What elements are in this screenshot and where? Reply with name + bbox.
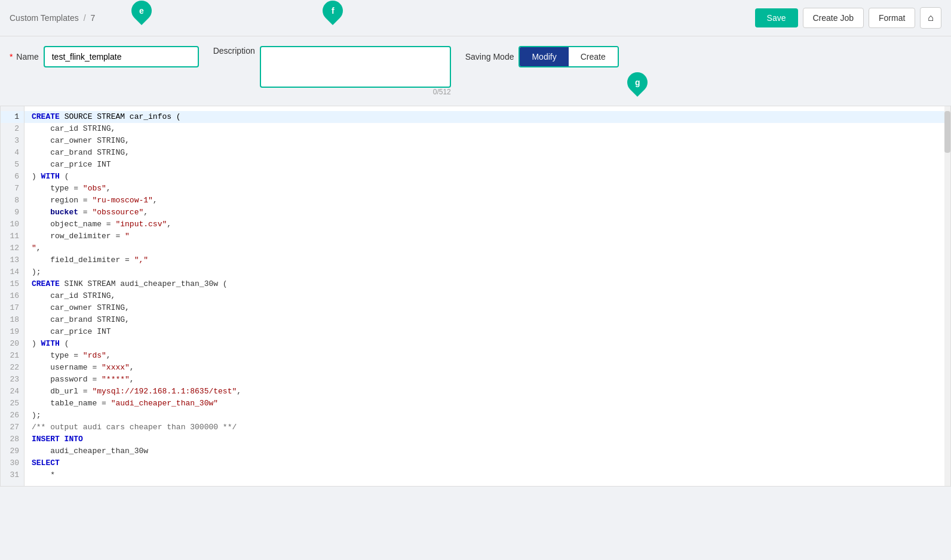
code-line: car_owner STRING, — [24, 135, 950, 147]
line-number: 3 — [1, 135, 24, 147]
pin-g: g — [627, 72, 648, 93]
breadcrumb-current: 7 — [91, 13, 96, 23]
save-button[interactable]: Save — [755, 8, 798, 27]
line-number: 29 — [1, 445, 24, 457]
create-job-button[interactable]: Create Job — [803, 8, 864, 28]
code-line: ) WITH ( — [24, 171, 950, 183]
name-input[interactable] — [44, 46, 199, 67]
line-number: 16 — [1, 290, 24, 302]
code-line: car_id STRING, — [24, 290, 950, 302]
saving-mode-toggle: Modify Create — [519, 46, 618, 67]
line-number: 7 — [1, 183, 24, 195]
format-button[interactable]: Format — [869, 8, 915, 28]
line-number: 22 — [1, 362, 24, 374]
code-line: SELECT — [24, 457, 950, 469]
modify-button[interactable]: Modify — [520, 47, 568, 66]
pin-e: e — [131, 1, 152, 21]
breadcrumb-separator: / — [84, 13, 86, 23]
create-mode-button[interactable]: Create — [569, 47, 618, 66]
line-number: 15 — [1, 278, 24, 290]
name-label: * Name — [10, 52, 39, 61]
form-section: e f g * Name Description 0/512 — [0, 36, 951, 106]
line-number: 26 — [1, 410, 24, 421]
header-actions: a b c d Save Create Job Format ⌂ — [755, 7, 941, 29]
line-number: 11 — [1, 230, 24, 242]
code-line: row_delimiter = " — [24, 230, 950, 242]
code-line: car_price INT — [24, 326, 950, 338]
description-input[interactable] — [260, 46, 451, 88]
scrollbar-thumb[interactable] — [944, 111, 950, 153]
code-line: type = "rds", — [24, 350, 950, 362]
description-field-group: Description 0/512 — [213, 46, 451, 96]
line-numbers: 1 2 3 4 5 6 7 8 9 10 11 12 13 14 15 16 1… — [1, 106, 24, 486]
line-number: 21 — [1, 350, 24, 362]
reset-button[interactable]: ⌂ — [920, 7, 941, 29]
line-number: 27 — [1, 421, 24, 433]
line-number: 10 — [1, 219, 24, 230]
code-line: table_name = "audi_cheaper_than_30w" — [24, 398, 950, 410]
line-number: 14 — [1, 266, 24, 278]
code-line: ); — [24, 410, 950, 421]
line-number: 4 — [1, 147, 24, 159]
line-number: 31 — [1, 469, 24, 481]
line-number: 25 — [1, 398, 24, 410]
line-number: 1 — [1, 111, 24, 123]
line-number: 12 — [1, 242, 24, 254]
editor-container: 1 2 3 4 5 6 7 8 9 10 11 12 13 14 15 16 1… — [0, 106, 951, 487]
pin-f: f — [323, 1, 343, 21]
description-label: Description — [213, 46, 255, 56]
scrollbar-track[interactable] — [944, 106, 950, 486]
saving-mode-label: Saving Mode — [465, 52, 514, 61]
code-line: ); — [24, 266, 950, 278]
code-line: field_delimiter = "," — [24, 254, 950, 266]
code-line: bucket = "obssource", — [24, 207, 950, 219]
line-number: 17 — [1, 302, 24, 314]
code-line: region = "ru-moscow-1", — [24, 195, 950, 207]
code-line: db_url = "mysql://192.168.1.1:8635/test"… — [24, 386, 950, 398]
code-line: CREATE SOURCE STREAM car_infos ( — [24, 111, 950, 123]
required-star: * — [10, 52, 13, 61]
line-number: 19 — [1, 326, 24, 338]
code-editor[interactable]: CREATE SOURCE STREAM car_infos ( car_id … — [24, 106, 950, 486]
name-field-group: * Name — [10, 46, 199, 67]
code-line: car_price INT — [24, 159, 950, 171]
line-number: 28 — [1, 433, 24, 445]
line-number: 24 — [1, 386, 24, 398]
line-number: 30 — [1, 457, 24, 469]
code-line: * — [24, 469, 950, 481]
line-number: 6 — [1, 171, 24, 183]
code-line: car_owner STRING, — [24, 302, 950, 314]
breadcrumb: Custom Templates / 7 — [10, 13, 95, 23]
line-number: 8 — [1, 195, 24, 207]
code-line: car_brand STRING, — [24, 147, 950, 159]
code-content[interactable]: CREATE SOURCE STREAM car_infos ( car_id … — [24, 106, 950, 486]
code-line: audi_cheaper_than_30w — [24, 445, 950, 457]
code-line: username = "xxxx", — [24, 362, 950, 374]
line-number: 23 — [1, 374, 24, 386]
code-line: CREATE SINK STREAM audi_cheaper_than_30w… — [24, 278, 950, 290]
breadcrumb-parent: Custom Templates — [10, 13, 79, 23]
line-number: 2 — [1, 123, 24, 135]
code-line: car_id STRING, — [24, 123, 950, 135]
code-line: car_brand STRING, — [24, 314, 950, 326]
char-count: 0/512 — [260, 88, 451, 96]
line-number: 20 — [1, 338, 24, 350]
line-number: 9 — [1, 207, 24, 219]
code-line: ) WITH ( — [24, 338, 950, 350]
code-line: INSERT INTO — [24, 433, 950, 445]
saving-mode-section: Saving Mode Modify Create — [465, 46, 619, 67]
line-number: 18 — [1, 314, 24, 326]
line-number: 5 — [1, 159, 24, 171]
code-line: password = "****", — [24, 374, 950, 386]
line-number: 13 — [1, 254, 24, 266]
code-line: object_name = "input.csv", — [24, 219, 950, 230]
reset-icon: ⌂ — [928, 13, 934, 23]
code-line: type = "obs", — [24, 183, 950, 195]
code-line: ", — [24, 242, 950, 254]
code-line: /** output audi cars cheaper than 300000… — [24, 421, 950, 433]
